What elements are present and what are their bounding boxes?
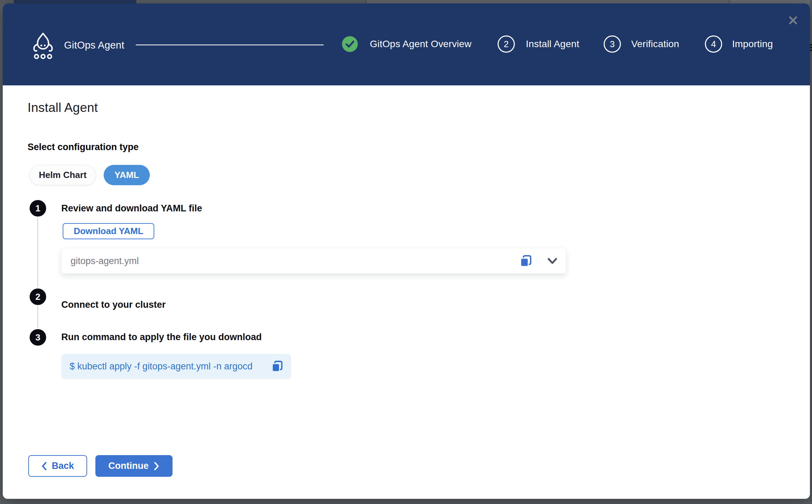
copy-icon[interactable] bbox=[271, 360, 284, 373]
copy-icon[interactable] bbox=[519, 254, 533, 268]
config-option-helm-chart[interactable]: Helm Chart bbox=[29, 165, 96, 185]
config-option-label: YAML bbox=[114, 170, 139, 180]
wizard-step-verification[interactable]: Verification bbox=[631, 37, 679, 51]
wizard-step-importing[interactable]: Importing bbox=[732, 37, 773, 51]
step-3-title: Run command to apply the file you downlo… bbox=[61, 332, 262, 343]
background-right-edge bbox=[810, 0, 812, 504]
gitops-agent-logo-icon bbox=[32, 32, 54, 60]
install-agent-modal: GitOps Agent GitOps Agent Overview 2 Ins… bbox=[3, 3, 810, 499]
page-title: Install Agent bbox=[28, 101, 98, 115]
config-option-label: Helm Chart bbox=[39, 170, 87, 180]
wizard-step-install-agent[interactable]: Install Agent bbox=[526, 37, 579, 51]
back-button[interactable]: Back bbox=[28, 455, 87, 477]
header-divider bbox=[136, 44, 324, 45]
continue-button-label: Continue bbox=[108, 461, 149, 471]
close-icon[interactable] bbox=[788, 15, 798, 25]
step-1-title: Review and download YAML file bbox=[61, 203, 202, 214]
chevron-right-icon bbox=[154, 462, 159, 471]
yaml-file-name: gitops-agent.yml bbox=[71, 248, 139, 274]
continue-button[interactable]: Continue bbox=[95, 455, 173, 477]
yaml-file-accordion[interactable]: gitops-agent.yml bbox=[61, 248, 566, 274]
step-connector bbox=[37, 306, 38, 328]
wizard-step-number-4: 4 bbox=[705, 35, 722, 53]
config-type-label: Select configuration type bbox=[28, 142, 139, 153]
step-1-badge: 1 bbox=[30, 200, 46, 217]
kubectl-command-text: $ kubectl apply -f gitops-agent.yml -n a… bbox=[70, 354, 252, 379]
wizard-header: GitOps Agent GitOps Agent Overview 2 Ins… bbox=[3, 3, 810, 85]
wizard-step-number-2: 2 bbox=[498, 35, 515, 53]
wizard-step-number-3: 3 bbox=[604, 35, 621, 53]
step-connector bbox=[37, 218, 38, 287]
back-button-label: Back bbox=[52, 461, 74, 471]
chevron-down-icon[interactable] bbox=[546, 256, 559, 266]
download-yaml-button[interactable]: Download YAML bbox=[63, 223, 154, 239]
kubectl-command-snippet: $ kubectl apply -f gitops-agent.yml -n a… bbox=[61, 354, 291, 379]
wizard-step-overview[interactable]: GitOps Agent Overview bbox=[370, 37, 471, 51]
step-2-title: Connect to your cluster bbox=[61, 300, 166, 310]
step-complete-check-icon bbox=[342, 36, 358, 52]
step-3-badge: 3 bbox=[30, 329, 46, 346]
chevron-left-icon bbox=[41, 462, 47, 471]
step-2-badge: 2 bbox=[30, 288, 46, 305]
wizard-title: GitOps Agent bbox=[64, 38, 124, 52]
config-option-yaml[interactable]: YAML bbox=[104, 165, 150, 185]
